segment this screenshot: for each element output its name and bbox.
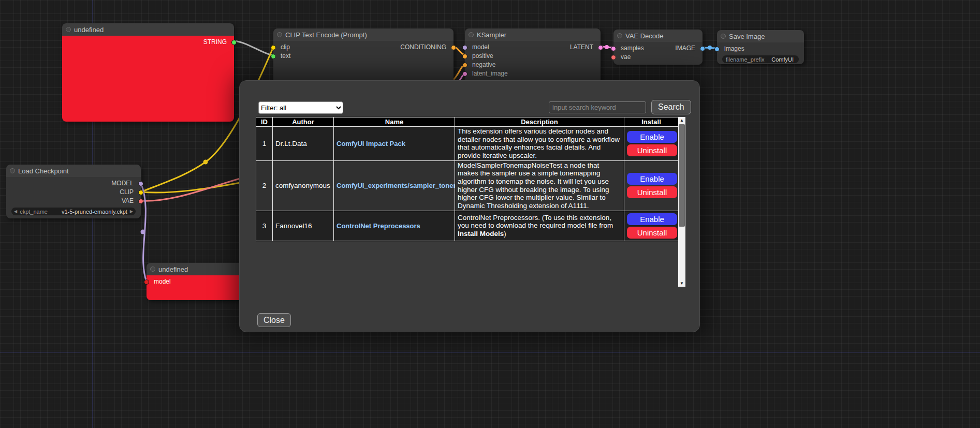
slot-dot-conditioning[interactable] <box>462 54 467 59</box>
cell-id: 1 <box>256 127 273 161</box>
slot-label: positive <box>472 52 493 60</box>
enable-button[interactable]: Enable <box>627 213 677 225</box>
node-title-bar[interactable]: undefined <box>147 263 248 275</box>
slot-label: samples <box>621 45 644 52</box>
input-slot-negative[interactable]: negative <box>465 61 601 69</box>
collapse-dot-icon[interactable] <box>617 33 622 38</box>
output-slot-clip[interactable]: CLIP <box>6 188 141 197</box>
slot-dot-clip[interactable] <box>271 45 276 50</box>
input-slot-latent-image[interactable]: latent_image <box>465 69 601 78</box>
node-vae-decode[interactable]: VAE Decode samples IMAGE vae <box>613 29 703 65</box>
collapse-dot-icon[interactable] <box>66 27 71 32</box>
input-slot-positive[interactable]: positive <box>465 52 601 61</box>
node-title-bar[interactable]: VAE Decode <box>613 29 703 42</box>
header-install: Install <box>624 117 679 127</box>
node-title-bar[interactable]: KSampler <box>465 28 601 41</box>
node-title: CLIP Text Encode (Prompt) <box>285 31 367 39</box>
slot-dot-latent[interactable] <box>611 46 616 51</box>
scrollbar[interactable]: ▲ ▼ <box>678 117 685 287</box>
node-undefined-string[interactable]: undefined STRING <box>62 23 234 122</box>
input-slot-model[interactable]: model <box>465 43 489 52</box>
uninstall-button[interactable]: Uninstall <box>627 144 677 156</box>
input-slot-clip[interactable]: clip <box>273 43 290 52</box>
extension-link[interactable]: ComfyUI Impact Pack <box>337 140 405 147</box>
scroll-up-icon[interactable]: ▲ <box>678 117 685 124</box>
custom-nodes-installer-dialog: Filter: all Search ID Author Name Descri… <box>239 80 700 332</box>
slot-dot-clip[interactable] <box>138 190 143 195</box>
slot-dot-conditioning[interactable] <box>451 45 456 50</box>
slot-dot-conditioning[interactable] <box>462 63 467 68</box>
extensions-table-container: ID Author Name Description Install 1 Dr.… <box>256 117 685 287</box>
slot-label: VAE <box>122 197 134 204</box>
output-slot-vae[interactable]: VAE <box>6 197 141 205</box>
widget-arrow-right-icon[interactable]: ▶ <box>130 209 133 214</box>
collapse-dot-icon[interactable] <box>10 168 15 173</box>
cell-id: 3 <box>256 211 273 241</box>
filename-prefix-widget[interactable]: filename_prefix ComfyUI <box>722 55 799 63</box>
input-slot-text[interactable]: text <box>273 52 454 61</box>
link-dot <box>605 45 609 49</box>
slot-label: IMAGE <box>675 45 695 52</box>
extension-link[interactable]: ComfyUI_experiments/sampler_tonemap <box>337 182 455 189</box>
collapse-dot-icon[interactable] <box>277 32 282 37</box>
slot-dot-vae[interactable] <box>611 55 616 60</box>
node-save-image[interactable]: Save Image images filename_prefix ComfyU… <box>717 30 804 64</box>
collapse-dot-icon[interactable] <box>150 267 155 272</box>
extension-link[interactable]: ControlNet Preprocessors <box>337 222 420 230</box>
node-title-bar[interactable]: CLIP Text Encode (Prompt) <box>273 28 454 41</box>
close-button[interactable]: Close <box>257 313 291 327</box>
collapse-dot-icon[interactable] <box>721 34 726 39</box>
slot-dot-latent[interactable] <box>462 71 467 77</box>
slot-dot-text[interactable] <box>271 54 276 59</box>
slot-label: negative <box>472 61 495 68</box>
output-slot-conditioning[interactable]: CONDITIONING <box>400 43 454 52</box>
input-slot-model[interactable]: model <box>147 277 248 286</box>
search-input[interactable] <box>549 101 646 113</box>
node-title: Save Image <box>729 33 765 40</box>
search-button[interactable]: Search <box>651 100 691 114</box>
output-slot-string[interactable]: STRING <box>62 38 234 47</box>
input-slot-images[interactable]: images <box>717 45 804 53</box>
slot-dot-image[interactable] <box>700 46 705 51</box>
slot-dot-string[interactable] <box>231 40 237 45</box>
node-undefined-model[interactable]: undefined model <box>147 263 248 300</box>
widget-arrow-left-icon[interactable]: ◀ <box>14 209 17 214</box>
cell-description: ControlNet Preprocessors. (To use this e… <box>455 211 624 241</box>
node-graph-canvas[interactable]: undefined STRING CLIP Text Encode (Promp… <box>0 0 980 428</box>
ckpt-name-widget[interactable]: ◀ ckpt_name v1-5-pruned-emaonly.ckpt ▶ <box>11 208 136 215</box>
enable-button[interactable]: Enable <box>627 131 677 143</box>
widget-value: v1-5-pruned-emaonly.ckpt <box>62 209 127 215</box>
input-slot-vae[interactable]: vae <box>613 53 703 62</box>
slot-dot-latent[interactable] <box>598 45 603 50</box>
uninstall-button[interactable]: Uninstall <box>627 227 677 239</box>
input-slot-samples[interactable]: samples <box>613 44 644 53</box>
scroll-down-icon[interactable]: ▼ <box>678 280 685 287</box>
slot-label: vae <box>621 53 631 61</box>
node-load-checkpoint[interactable]: Load Checkpoint MODEL CLIP VAE ◀ ckpt_na… <box>6 165 141 218</box>
node-title-bar[interactable]: Save Image <box>717 30 804 42</box>
node-title: undefined <box>158 265 188 273</box>
cell-install: Enable Uninstall <box>624 160 679 211</box>
node-title-bar[interactable]: Load Checkpoint <box>6 165 141 177</box>
table-row: 3 Fannovel16 ControlNet Preprocessors Co… <box>256 211 679 241</box>
scrollbar-thumb[interactable] <box>679 124 685 227</box>
slot-label: clip <box>281 43 290 51</box>
table-row: 1 Dr.Lt.Data ComfyUI Impact Pack This ex… <box>256 127 679 161</box>
uninstall-button[interactable]: Uninstall <box>627 186 677 198</box>
slot-dot-image[interactable] <box>714 47 720 52</box>
output-slot-latent[interactable]: LATENT <box>570 43 601 52</box>
cell-id: 2 <box>256 160 273 211</box>
output-slot-model[interactable]: MODEL <box>6 179 141 188</box>
enable-button[interactable]: Enable <box>627 173 677 185</box>
node-title-bar[interactable]: undefined <box>62 23 234 36</box>
output-slot-image[interactable]: IMAGE <box>675 44 703 53</box>
slot-dot-vae[interactable] <box>138 199 143 204</box>
slot-dot-model[interactable] <box>138 181 143 186</box>
slot-dot-model[interactable] <box>144 279 149 285</box>
cell-description: This extension offers various detector n… <box>455 127 624 161</box>
slot-label: CLIP <box>120 188 134 196</box>
collapse-dot-icon[interactable] <box>469 32 474 37</box>
table-row: 2 comfyanonymous ComfyUI_experiments/sam… <box>256 160 679 211</box>
slot-dot-model[interactable] <box>462 45 467 50</box>
filter-select[interactable]: Filter: all <box>258 101 343 114</box>
